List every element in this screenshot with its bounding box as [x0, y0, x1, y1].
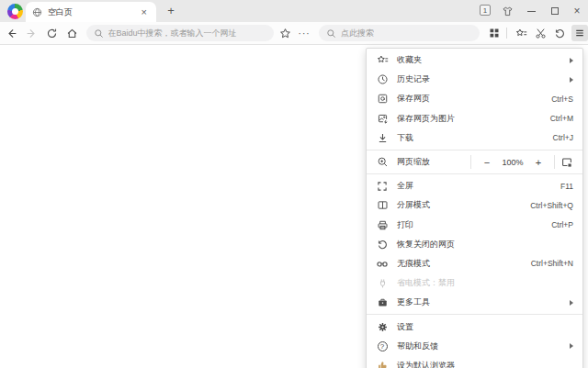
zoom-divider — [470, 155, 471, 169]
address-placeholder: 在Baidu中搜索，或者输入一个网址 — [108, 28, 237, 39]
submenu-arrow-icon — [570, 343, 573, 349]
printer-icon — [376, 218, 389, 231]
submenu-arrow-icon — [570, 300, 573, 306]
zoom-settings-icon[interactable] — [560, 156, 573, 169]
menu-item-print[interactable]: 打印 Ctrl+P — [367, 216, 582, 235]
home-button[interactable] — [64, 25, 81, 41]
toolbox-briefcase-icon — [376, 296, 389, 309]
thumbs-up-icon — [376, 359, 389, 368]
help-question-icon: ? — [376, 340, 389, 352]
minimize-button[interactable] — [524, 4, 538, 18]
navigation-toolbar: 在Baidu中搜索，或者输入一个网址 ··· 点此搜索 — [0, 22, 588, 45]
apps-grid-button[interactable] — [486, 25, 503, 41]
search-box-input[interactable]: 点此搜索 — [319, 25, 480, 41]
search-icon — [326, 28, 336, 39]
settings-gear-icon — [376, 320, 389, 333]
tab-blank-page[interactable]: 空白页 × — [26, 2, 156, 22]
menu-item-split-screen[interactable]: 分屏模式 Ctrl+Shift+Q — [367, 195, 582, 215]
menu-item-power-save-mode: 省电模式：禁用 — [367, 273, 582, 293]
search-icon — [94, 28, 104, 39]
theme-skin-button[interactable] — [500, 4, 514, 18]
menu-item-save-page[interactable]: 保存网页 Ctrl+S — [367, 89, 582, 108]
menu-item-fullscreen[interactable]: 全屏 F11 — [367, 176, 582, 195]
globe-icon — [32, 7, 42, 17]
zoom-divider — [554, 155, 555, 169]
main-menu-button[interactable] — [571, 25, 588, 41]
close-window-icon: × — [573, 6, 580, 17]
address-bar-input[interactable]: 在Baidu中搜索，或者输入一个网址 — [86, 25, 275, 41]
bookmark-star-button[interactable] — [277, 25, 293, 41]
menu-separator — [367, 173, 582, 174]
tab-close-icon[interactable]: × — [139, 6, 150, 18]
favorites-star-icon — [376, 54, 389, 67]
power-plug-icon — [376, 277, 389, 290]
new-tab-button[interactable]: + — [164, 4, 178, 18]
zoom-out-button[interactable]: − — [477, 157, 497, 168]
menu-item-history[interactable]: 历史记录 — [367, 70, 582, 89]
zoom-magnifier-icon — [376, 156, 389, 169]
incognito-glasses-icon — [376, 257, 389, 270]
address-more-button[interactable]: ··· — [296, 25, 312, 41]
history-clock-icon — [376, 73, 389, 86]
profile-badge[interactable]: 1 — [480, 5, 491, 16]
browser-window: 空白页 × + 1 × — [0, 0, 588, 368]
fullscreen-icon — [376, 180, 389, 193]
restore-undo-button[interactable] — [552, 25, 569, 41]
forward-button[interactable] — [24, 25, 40, 41]
back-button[interactable] — [4, 25, 20, 41]
submenu-arrow-icon — [570, 77, 573, 83]
close-window-button[interactable]: × — [570, 4, 584, 18]
menu-item-favorites[interactable]: 收藏夹 — [367, 50, 582, 70]
menu-item-incognito-mode[interactable]: 无痕模式 Ctrl+Shift+N — [367, 254, 582, 273]
maximize-icon — [551, 7, 559, 15]
split-screen-icon — [376, 199, 389, 212]
restore-undo-icon — [376, 238, 389, 251]
browser-logo-icon — [7, 4, 23, 19]
zoom-level-value: 100% — [497, 158, 528, 167]
menu-separator — [367, 314, 582, 315]
maximize-button[interactable] — [548, 4, 562, 18]
title-bar: 空白页 × + 1 × — [0, 0, 588, 22]
menu-item-restore-closed-pages[interactable]: 恢复关闭的网页 — [367, 235, 582, 254]
submenu-arrow-icon — [570, 58, 573, 63]
tab-title: 空白页 — [48, 6, 139, 18]
download-icon — [376, 131, 389, 144]
main-dropdown-menu: 收藏夹 历史记录 保存网页 Ctrl+S — [366, 48, 583, 368]
menu-item-more-tools[interactable]: 更多工具 — [367, 293, 582, 312]
refresh-button[interactable] — [44, 25, 61, 41]
menu-item-settings[interactable]: 设置 — [367, 317, 582, 336]
zoom-in-button[interactable]: + — [528, 157, 548, 168]
toolbar-divider — [506, 28, 507, 39]
menu-item-help-feedback[interactable]: ? 帮助和反馈 — [367, 337, 582, 356]
favorites-list-button[interactable] — [514, 25, 530, 41]
save-image-icon — [376, 112, 389, 125]
save-page-icon — [376, 93, 389, 106]
menu-item-set-default-browser[interactable]: 设为默认浏览器 — [367, 356, 582, 368]
toolbar-right-group — [483, 25, 588, 41]
minimize-icon — [527, 11, 536, 12]
menu-item-page-zoom: 网页缩放 − 100% + — [367, 152, 582, 172]
menu-item-downloads[interactable]: 下载 Ctrl+J — [367, 128, 582, 148]
search-placeholder: 点此搜索 — [341, 28, 374, 39]
screenshot-scissors-button[interactable] — [533, 25, 549, 41]
menu-item-save-page-as-image[interactable]: 保存网页为图片 Ctrl+M — [367, 109, 582, 128]
menu-separator — [367, 150, 582, 151]
